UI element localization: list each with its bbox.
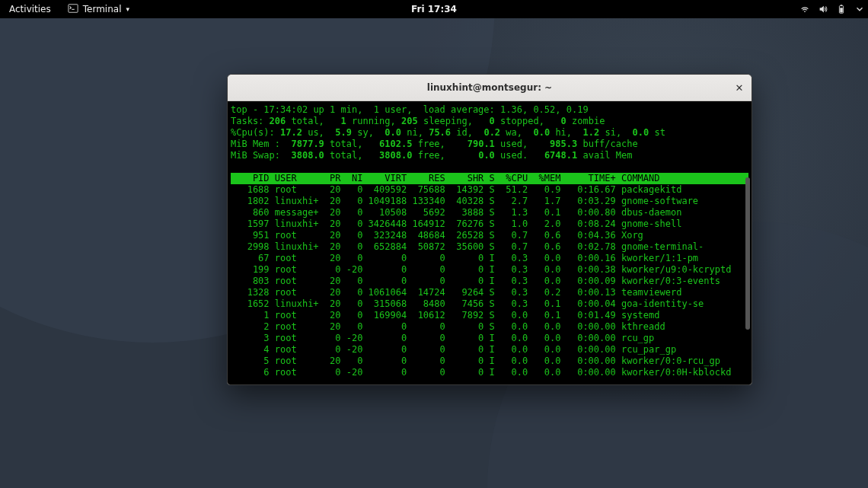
terminal-scrollbar[interactable] — [745, 177, 750, 330]
tasks-label: Tasks: — [231, 116, 270, 126]
gnome-top-bar: Activities Terminal ▾ Fri 17:34 — [0, 0, 868, 18]
top-uptime: up 1 min, 1 user, load average: — [308, 104, 500, 115]
terminal-icon — [68, 3, 78, 16]
volume-icon[interactable] — [818, 4, 828, 14]
app-menu-label: Terminal — [83, 4, 122, 14]
app-menu-terminal[interactable]: Terminal ▾ — [62, 2, 136, 18]
clock[interactable]: Fri 17:34 — [405, 2, 463, 16]
top-time: 17:34:02 — [263, 104, 308, 115]
wifi-icon[interactable] — [799, 4, 810, 14]
svg-rect-3 — [841, 5, 843, 5]
cpu-label: %Cpu(s): — [231, 127, 280, 138]
top-load: 1.36, 0.52, 0.19 — [500, 104, 589, 115]
process-header-row: PID USER PR NI VIRT RES SHR S %CPU %MEM … — [231, 173, 748, 184]
dropdown-arrow-icon: ▾ — [126, 5, 129, 13]
top-prefix: top - — [231, 104, 263, 115]
window-title: linuxhint@montsegur: ~ — [228, 82, 752, 93]
titlebar[interactable]: linuxhint@montsegur: ~ ✕ — [228, 75, 752, 101]
tasks-zombie: 0 — [561, 116, 566, 126]
close-icon: ✕ — [736, 82, 744, 94]
battery-icon[interactable] — [836, 4, 847, 14]
terminal-content[interactable]: top - 17:34:02 up 1 min, 1 user, load av… — [228, 101, 752, 384]
terminal-window: linuxhint@montsegur: ~ ✕ top - 17:34:02 … — [227, 74, 752, 385]
swap-label: MiB Swap: — [231, 150, 291, 161]
close-button[interactable]: ✕ — [732, 80, 747, 95]
process-list: 1688 root 20 0 409592 75688 14392 S 51.2… — [231, 184, 731, 378]
tasks-stopped: 0 — [490, 116, 495, 126]
system-menu-arrow-icon[interactable] — [854, 4, 865, 14]
activities-button[interactable]: Activities — [3, 2, 57, 16]
svg-rect-4 — [840, 8, 843, 12]
tasks-sleeping: 205 — [401, 116, 418, 126]
tasks-total: 206 — [270, 116, 286, 126]
svg-rect-0 — [69, 4, 78, 12]
tasks-running: 1 — [341, 116, 346, 126]
mem-label: MiB Mem : — [231, 139, 291, 149]
